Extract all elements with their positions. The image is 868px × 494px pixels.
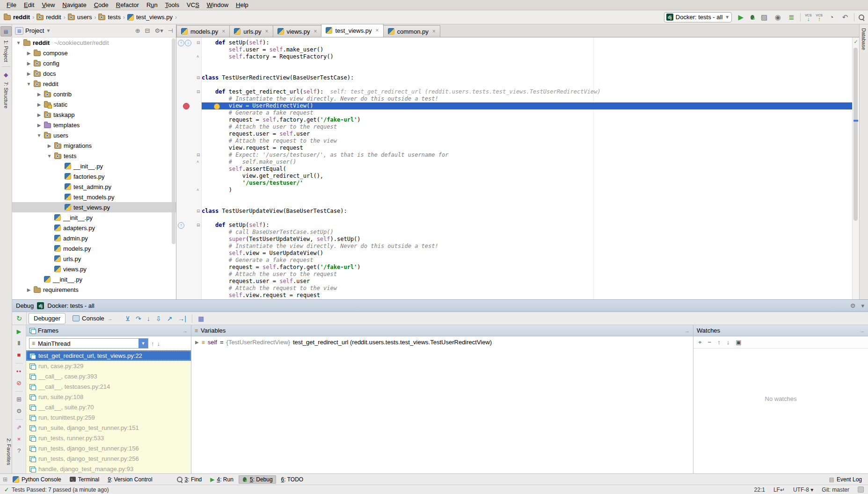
fold-marker-open[interactable]: ⊟	[197, 223, 200, 227]
fold-marker-open[interactable]: ⊟	[197, 40, 200, 45]
view-breakpoints-icon[interactable]: ●●	[15, 368, 23, 375]
toolwindow-button-6-todo[interactable]: 6: TODO	[278, 475, 307, 484]
tree-item-init-py[interactable]: __init__.py	[12, 212, 176, 223]
code-line[interactable]: # self.make_user()	[202, 159, 853, 166]
code-line[interactable]: # Expect: '/users/testuser/', as that is…	[202, 152, 853, 159]
frame-row[interactable]: run, case.py:329	[26, 361, 191, 371]
code-line[interactable]: # Instantiate the view directly. Never d…	[202, 95, 853, 102]
frame-row[interactable]: run_tests, django_test_runner.py:256	[26, 453, 191, 464]
tree-item-init-py[interactable]: __init__.py	[12, 161, 176, 171]
help-icon[interactable]: ?	[15, 447, 23, 455]
chevron-expanded-icon[interactable]: ▼	[36, 133, 42, 138]
editor-gutter[interactable]: ↑↓⊟˄⊟⊟⊟˄˄⊟↑⊟	[176, 37, 202, 299]
menu-item-code[interactable]: Code	[90, 0, 112, 9]
tree-item-compose[interactable]: ▶compose	[12, 48, 176, 58]
code-line[interactable]: super(TestUserUpdateView, self).setUp()	[202, 236, 853, 243]
project-tool-icon[interactable]: ▤	[0, 26, 12, 36]
toolwindow-button-5-debug[interactable]: 5: Debug	[239, 475, 276, 484]
add-watch-icon[interactable]: +	[698, 339, 702, 346]
tree-item-test-models-py[interactable]: test_models.py	[12, 192, 176, 202]
tree-item-contrib[interactable]: ▶contrib	[12, 89, 176, 99]
code-line[interactable]	[202, 194, 853, 201]
code-line[interactable]	[202, 60, 853, 67]
close-icon[interactable]: ×	[15, 436, 23, 443]
copy-watch-icon[interactable]: ▣	[736, 339, 741, 346]
hide-panel-icon[interactable]: →	[685, 328, 690, 334]
toolwindow-button-event-log[interactable]: ▤Event Log	[826, 475, 865, 484]
remove-watch-icon[interactable]: −	[708, 339, 712, 346]
chevron-collapsed-icon[interactable]: ▶	[36, 102, 42, 107]
frame-row[interactable]: run, suite.py:108	[26, 392, 191, 402]
debug-icon[interactable]	[750, 14, 755, 20]
overrides-method-icon[interactable]: ↑	[178, 222, 184, 229]
code-line[interactable]: self.view = UserUpdateView()	[202, 250, 853, 257]
code-line[interactable]: # Generate a fake request	[202, 109, 853, 116]
project-view-select[interactable]: ▤ Project ▼	[15, 27, 51, 35]
menu-item-vcs[interactable]: VCS	[183, 0, 203, 9]
search-everywhere-icon[interactable]	[859, 15, 864, 20]
chevron-collapsed-icon[interactable]: ▶	[26, 61, 31, 66]
code-line[interactable]: # Attach the user to the request	[202, 124, 853, 131]
frame-row[interactable]: run_tests, django_test_runner.py:156	[26, 443, 191, 453]
rollback-icon[interactable]: ↶	[840, 14, 850, 21]
tree-item-init-py[interactable]: __init__.py	[12, 274, 176, 284]
code-line[interactable]: def setUp(self):	[202, 39, 853, 46]
intention-bulb-icon[interactable]	[214, 103, 220, 109]
close-icon[interactable]: ×	[265, 28, 269, 35]
step-into-icon[interactable]: ↓	[147, 315, 150, 322]
code-area[interactable]: def setUp(self): self.user = self.make_u…	[202, 37, 853, 299]
editor-scrollbar[interactable]: ✓	[852, 37, 859, 299]
code-line[interactable]: # Instantiate the view directly. Never d…	[202, 243, 853, 250]
expand-icon[interactable]: ▶	[195, 340, 199, 345]
toolwindow-button-9-version-control[interactable]: 9: Version Control	[104, 475, 155, 484]
show-execution-point-icon[interactable]: ⊻	[125, 315, 130, 322]
inspections-ok-icon[interactable]: ✓	[853, 39, 859, 44]
status-git-branch[interactable]: Git: master	[822, 487, 849, 493]
resume-icon[interactable]: ▶	[15, 328, 23, 335]
code-line[interactable]: request.user = self.user	[202, 278, 853, 285]
code-line[interactable]: class TestUserRedirectView(BaseUserTestC…	[202, 74, 853, 81]
fold-marker-open[interactable]: ⊟	[197, 75, 200, 80]
code-line[interactable]: # Attach the request to the view	[202, 138, 853, 145]
hide-panel-icon[interactable]: →	[182, 328, 188, 334]
chevron-expanded-icon[interactable]: ▼	[47, 153, 52, 159]
sidebar-tab-database[interactable]: Database	[861, 28, 867, 50]
tree-item-reddit[interactable]: ▼reddit	[12, 79, 176, 89]
breadcrumb-item-test-views-py[interactable]: test_views.py	[127, 14, 173, 21]
frame-row[interactable]: run_suite, django_test_runner.py:151	[26, 422, 191, 433]
chevron-collapsed-icon[interactable]: ▶	[47, 143, 52, 148]
tree-item-admin-py[interactable]: admin.py	[12, 233, 176, 243]
editor-tab-models-py[interactable]: models.py×	[176, 25, 230, 37]
code-line[interactable]: view.get_redirect_url(),	[202, 173, 853, 180]
menu-item-help[interactable]: Help	[232, 0, 252, 9]
execution-line[interactable]: view = UserRedirectView()	[202, 102, 853, 109]
menu-item-refactor[interactable]: Refactor	[112, 0, 143, 9]
chevron-collapsed-icon[interactable]: ▶	[26, 71, 31, 76]
status-encoding[interactable]: UTF-8 ▾	[793, 487, 813, 493]
recent-changes-icon[interactable]: ◔	[827, 14, 836, 21]
frame-row[interactable]: run, tcunittest.py:259	[26, 412, 191, 422]
status-caret-position[interactable]: 22:1	[754, 487, 765, 493]
move-watch-up-icon[interactable]: ↑	[717, 339, 721, 346]
settings-icon[interactable]: ⚙	[850, 302, 856, 309]
rerun-icon[interactable]: ↻	[15, 315, 24, 322]
debug-tab-debugger[interactable]: Debugger	[29, 313, 66, 324]
mute-breakpoints-icon[interactable]: ⊘	[15, 379, 23, 387]
move-watch-down-icon[interactable]: ↓	[727, 339, 730, 346]
code-line[interactable]: def test_get_redirect_url(self): self: t…	[202, 88, 853, 95]
coverage-icon[interactable]: ▨	[759, 14, 769, 21]
close-icon[interactable]: ×	[432, 28, 436, 35]
restore-layout-icon[interactable]: ⊞	[15, 396, 23, 403]
menu-item-tools[interactable]: Tools	[161, 0, 183, 9]
run-icon[interactable]: ▶	[736, 14, 745, 21]
thread-select[interactable]: ≡ MainThread ▼	[29, 338, 148, 349]
tree-item-migrations[interactable]: ▶migrations	[12, 140, 176, 151]
editor-tab-test-views-py[interactable]: test_views.py×	[321, 24, 383, 37]
code-line[interactable]: # Attach the user to the request	[202, 271, 853, 278]
code-line[interactable]: )	[202, 187, 853, 194]
fold-marker-open[interactable]: ⊟	[197, 209, 200, 213]
scrollbar-thumb[interactable]	[853, 48, 858, 221]
code-line[interactable]: # Generate a fake request	[202, 257, 853, 264]
tree-item-urls-py[interactable]: urls.py	[12, 254, 176, 264]
breadcrumb-item-reddit[interactable]: reddit	[36, 14, 61, 21]
